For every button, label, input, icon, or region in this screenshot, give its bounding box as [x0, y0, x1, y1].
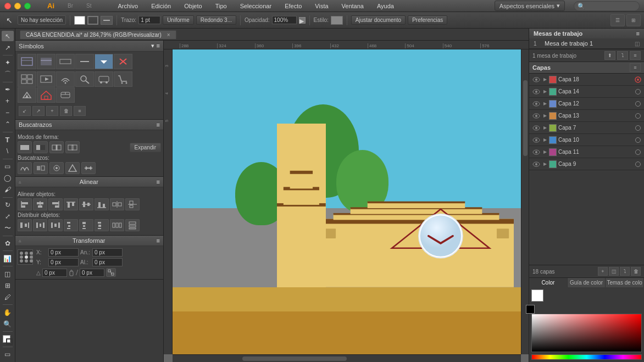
- symbol-cell-cart[interactable]: [114, 71, 132, 87]
- symbol-cell-grid[interactable]: [18, 71, 36, 87]
- modo-exclude[interactable]: [65, 141, 80, 153]
- stroke-weight-input[interactable]: [138, 16, 160, 24]
- layer-delete-btn[interactable]: 🗑: [631, 267, 641, 276]
- pen-tool[interactable]: ✒: [2, 85, 14, 95]
- layer-visibility-dot[interactable]: [634, 76, 642, 83]
- color-tab-color[interactable]: Color: [529, 278, 568, 287]
- symbol-cell-video[interactable]: [37, 71, 55, 87]
- style-swatch[interactable]: [331, 16, 343, 25]
- workspaces-menu-icon[interactable]: ≡: [636, 30, 640, 37]
- opacity-input[interactable]: [272, 16, 297, 24]
- layer-name[interactable]: Capa 12: [558, 101, 634, 107]
- symbol-cell-1[interactable]: [18, 54, 36, 69]
- dist-bottom[interactable]: [95, 219, 109, 231]
- select-tool[interactable]: ↖: [2, 31, 14, 41]
- magic-wand-tool[interactable]: ✦: [2, 58, 14, 68]
- doc-tab[interactable]: CASA ENCENDIDA.ai* al 284,79% (RGB/Previ…: [20, 30, 176, 39]
- dist-h-space[interactable]: [110, 219, 124, 231]
- screen-mode-tool[interactable]: ▭: [2, 349, 14, 360]
- menu-tipo[interactable]: Tipo: [213, 2, 229, 10]
- symbol-cell-search[interactable]: [75, 71, 94, 87]
- menu-objeto[interactable]: Objeto: [182, 2, 204, 10]
- symbol-cell-3[interactable]: [56, 54, 75, 69]
- stroke-swatch[interactable]: [87, 16, 98, 25]
- type-tool[interactable]: T: [2, 135, 14, 145]
- add-anchor-tool[interactable]: +: [2, 96, 14, 107]
- symbol-cell-house[interactable]: [37, 87, 55, 103]
- layer-expand-arrow[interactable]: ▶: [541, 100, 549, 108]
- layer-expand-arrow[interactable]: ▶: [541, 136, 549, 144]
- rotate-tool[interactable]: ↻: [2, 200, 14, 210]
- prefs-button[interactable]: Preferencias: [408, 15, 447, 25]
- bust-1[interactable]: [18, 162, 32, 174]
- canvas-container[interactable]: 288324360396432468504540576: [164, 41, 529, 362]
- simbolos-menu[interactable]: ≡: [157, 42, 160, 49]
- dist-right[interactable]: [48, 219, 63, 231]
- warp-tool[interactable]: 〜: [2, 223, 14, 233]
- symbol-sprayer-tool[interactable]: ✿: [2, 238, 14, 248]
- buscatrazos-header[interactable]: Buscatrazos ≡: [15, 120, 163, 130]
- layer-visibility-dot[interactable]: [634, 124, 642, 132]
- rect-tool[interactable]: ▭: [2, 161, 14, 172]
- menu-seleccionar[interactable]: Seleccionar: [238, 2, 274, 10]
- stock-icon[interactable]: St: [84, 2, 93, 10]
- align-left[interactable]: [18, 198, 32, 210]
- alinear-menu[interactable]: ≡: [157, 179, 160, 185]
- capas-options-btn[interactable]: ≡: [630, 51, 641, 60]
- dist-center-h[interactable]: [33, 219, 47, 231]
- lasso-tool[interactable]: ⌒: [2, 69, 14, 80]
- shear-input[interactable]: [80, 269, 104, 277]
- symbol-cell-bus[interactable]: [95, 71, 113, 87]
- layer-name[interactable]: Capa 14: [558, 88, 634, 94]
- layer-visibility-dot[interactable]: [634, 136, 642, 144]
- layer-name[interactable]: Capa 13: [558, 113, 634, 119]
- sym-add-btn[interactable]: +: [46, 106, 58, 116]
- align-top[interactable]: [64, 198, 78, 210]
- corner-style-dropdown[interactable]: Redondo 3...: [196, 15, 236, 25]
- arrange-icon[interactable]: ⊞: [626, 14, 641, 26]
- layer-expand-arrow[interactable]: ▶: [541, 148, 549, 156]
- layer-eye-icon[interactable]: [531, 159, 541, 169]
- layer-name[interactable]: Capa 11: [558, 149, 634, 155]
- layer-eye-icon[interactable]: [531, 147, 541, 157]
- menu-ayuda[interactable]: Ayuda: [375, 2, 396, 10]
- remove-anchor-tool[interactable]: −: [2, 108, 14, 118]
- bust-2[interactable]: [34, 162, 48, 174]
- capas-arrange-btn[interactable]: ⬆: [604, 51, 615, 60]
- alinear-header[interactable]: ▵ Alinear ≡: [15, 177, 163, 187]
- layer-expand-arrow[interactable]: ▶: [541, 76, 549, 83]
- symbol-cell-train[interactable]: [56, 87, 75, 103]
- hand-tool[interactable]: ✋: [2, 307, 14, 318]
- symbol-cell-4[interactable]: [75, 54, 94, 69]
- mesh-tool[interactable]: ⊞: [2, 280, 14, 291]
- bust-4[interactable]: [65, 162, 80, 174]
- dist-v-space[interactable]: [125, 219, 140, 231]
- layer-expand-arrow[interactable]: ▶: [541, 124, 549, 132]
- align-center-v[interactable]: [79, 198, 93, 210]
- stroke-style-dropdown[interactable]: Uniforme: [163, 15, 194, 25]
- rotation-input[interactable]: [42, 269, 67, 277]
- zoom-tool[interactable]: 🔍: [2, 319, 14, 329]
- maximize-button[interactable]: [24, 3, 31, 9]
- capas-move-btn[interactable]: ⤵: [617, 51, 628, 60]
- align-right[interactable]: [48, 198, 63, 210]
- bust-5[interactable]: [81, 162, 96, 174]
- layer-visibility-dot[interactable]: [634, 160, 642, 168]
- layer-name[interactable]: Capa 7: [558, 125, 634, 131]
- symbol-cell-x[interactable]: [114, 54, 132, 69]
- layer-move-btn[interactable]: ◫: [609, 267, 619, 276]
- view-options-icon[interactable]: ☰: [610, 14, 625, 26]
- color-gradient-picker[interactable]: [531, 314, 642, 352]
- buscatrazos-menu[interactable]: ≡: [157, 121, 160, 128]
- workspace-name-1[interactable]: Mesa de trabajo 1: [545, 40, 631, 47]
- gradient-tool[interactable]: ◫: [2, 269, 14, 279]
- search-input[interactable]: [574, 1, 640, 11]
- bridge-icon[interactable]: Br: [65, 2, 75, 10]
- layer-add-btn[interactable]: +: [598, 267, 608, 276]
- fill-swatch[interactable]: [74, 16, 85, 25]
- expand-button[interactable]: Expandir: [130, 143, 161, 152]
- menu-archivo[interactable]: Archivo: [115, 2, 140, 10]
- menu-vista[interactable]: Vista: [313, 2, 330, 10]
- sym-menu-btn[interactable]: ≡: [74, 106, 86, 116]
- layer-expand-arrow[interactable]: ▶: [541, 160, 549, 168]
